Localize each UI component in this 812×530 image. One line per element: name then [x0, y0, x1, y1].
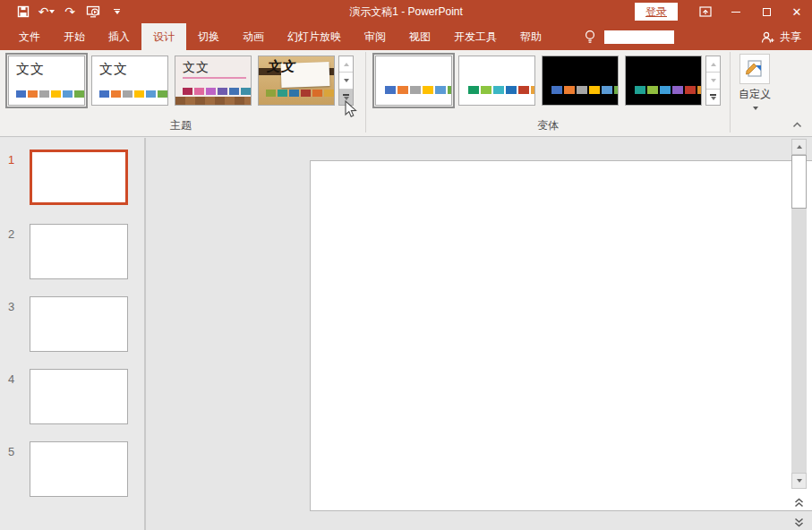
variants-more-button[interactable] [706, 90, 720, 105]
titlebar-controls: 登录 ✕ [635, 0, 812, 23]
tab-design[interactable]: 设计 [141, 23, 186, 50]
color-swatch [39, 90, 49, 98]
close-button[interactable]: ✕ [782, 0, 812, 23]
color-swatch [397, 86, 408, 94]
variants-gallery [375, 56, 702, 106]
collapse-ribbon-button[interactable] [789, 118, 805, 131]
tab-file[interactable]: 文件 [7, 23, 52, 50]
share-label: 共享 [780, 30, 801, 45]
color-swatch [158, 90, 167, 98]
color-swatch [312, 90, 322, 97]
color-swatch [74, 90, 84, 98]
color-swatch [123, 90, 132, 98]
color-swatch [531, 86, 535, 94]
variant-item-1[interactable] [375, 56, 452, 106]
undo-icon: ↶ [38, 5, 49, 18]
color-swatch [301, 90, 311, 97]
themes-gallery-scroll [338, 56, 354, 106]
minimize-button[interactable] [721, 0, 751, 23]
slide-thumbnail-image[interactable] [30, 441, 128, 497]
slide-thumbnail-image[interactable] [30, 150, 128, 205]
theme-item-3[interactable]: 文文 [175, 56, 252, 106]
color-swatch [218, 88, 227, 95]
tab-home[interactable]: 开始 [52, 23, 97, 50]
scrollbar-up-button[interactable] [791, 139, 807, 155]
customize-icon [739, 54, 770, 84]
start-slideshow-button[interactable] [82, 2, 104, 21]
powerpoint-window: ↶ ↷ 演示文稿1 - PowerPoint [0, 0, 812, 530]
themes-scroll-up-button[interactable] [339, 56, 353, 73]
slide-number: 2 [8, 227, 14, 241]
slide-number: 1 [8, 153, 14, 167]
variant-item-4[interactable] [625, 56, 702, 106]
double-chevron-up-icon [794, 498, 804, 508]
theme-sample-text: 文文 [99, 61, 128, 78]
tab-slideshow[interactable]: 幻灯片放映 [276, 23, 353, 50]
undo-dropdown-caret[interactable] [49, 10, 55, 13]
slide-thumbnail-image[interactable] [30, 369, 128, 424]
scroll-up-icon [344, 63, 349, 66]
tab-transitions[interactable]: 切换 [186, 23, 231, 50]
undo-button[interactable]: ↶ [36, 2, 57, 21]
redo-button[interactable]: ↷ [59, 2, 81, 21]
customize-button[interactable]: 自定义 [736, 54, 774, 122]
variants-scroll-up-button[interactable] [706, 56, 720, 73]
ribbon-display-options-icon [699, 6, 712, 17]
slide-thumbnail-image[interactable] [30, 224, 128, 279]
scrollbar-thumb[interactable] [791, 155, 807, 209]
scrollbar-down-button[interactable] [791, 473, 807, 489]
tab-developer[interactable]: 开发工具 [442, 23, 509, 50]
theme-color-swatches [99, 90, 167, 98]
variants-scroll-down-button[interactable] [706, 73, 720, 89]
save-button[interactable] [13, 2, 34, 21]
color-swatch [423, 86, 433, 94]
color-swatch [183, 88, 192, 95]
start-slideshow-icon [86, 5, 100, 18]
color-swatch [493, 86, 504, 94]
color-swatch [278, 90, 287, 97]
next-slide-button[interactable] [791, 516, 807, 529]
ribbon-tab-row: 文件 开始 插入 设计 切换 动画 幻灯片放映 审阅 视图 开发工具 帮助 [0, 23, 812, 50]
chevron-up-icon [792, 122, 802, 128]
theme-accent-line [183, 77, 246, 79]
tab-view[interactable]: 视图 [397, 23, 442, 50]
color-swatch [672, 86, 683, 94]
ribbon-display-options-button[interactable] [690, 0, 721, 23]
themes-scroll-down-button[interactable] [339, 73, 353, 89]
customize-qat-icon [114, 9, 120, 15]
tab-animations[interactable]: 动画 [231, 23, 276, 50]
color-swatch [448, 86, 452, 94]
variants-group-label: 变体 [375, 118, 721, 133]
color-swatch [564, 86, 575, 94]
color-swatch [16, 90, 26, 98]
color-swatch [324, 90, 334, 97]
slide-number: 5 [8, 445, 14, 458]
color-swatch [134, 90, 144, 98]
slide-thumbnail-image[interactable] [30, 296, 128, 352]
tab-help[interactable]: 帮助 [509, 23, 553, 50]
vertical-scrollbar [791, 139, 807, 530]
tab-review[interactable]: 审阅 [353, 23, 397, 50]
tell-me-search-input[interactable] [604, 30, 674, 44]
color-swatch [111, 90, 121, 98]
share-button[interactable]: 共享 [760, 30, 801, 45]
color-swatch [289, 90, 299, 97]
tab-insert[interactable]: 插入 [97, 23, 141, 50]
variant-color-swatches [468, 86, 535, 94]
variant-item-3[interactable] [542, 56, 619, 106]
theme-item-2[interactable]: 文文 [91, 56, 168, 106]
maximize-button[interactable] [751, 0, 782, 23]
customize-qat-button[interactable] [106, 2, 127, 21]
variant-item-2[interactable] [458, 56, 535, 106]
slide-canvas[interactable] [310, 160, 812, 511]
color-swatch [99, 90, 109, 98]
previous-slide-button[interactable] [791, 496, 807, 509]
themes-gallery: 文文 文文 [8, 56, 335, 106]
themes-more-button[interactable] [339, 90, 353, 105]
theme-item-office[interactable]: 文文 [8, 56, 85, 106]
theme-item-4[interactable]: 文文 [258, 56, 335, 106]
slide-number: 3 [8, 300, 14, 313]
tell-me-lightbulb-icon [583, 29, 597, 45]
sign-in-button[interactable]: 登录 [635, 3, 678, 21]
slide-thumbnail-panel: 1 2 3 4 5 [0, 138, 146, 530]
